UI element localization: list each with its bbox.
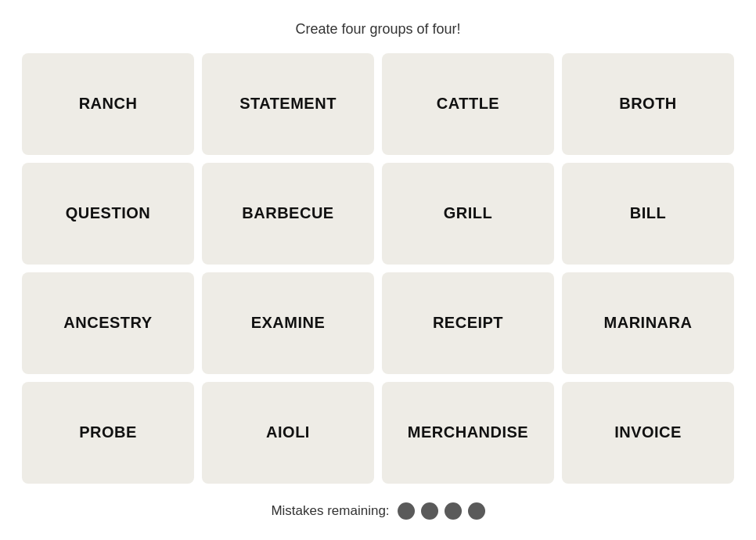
tile-label-receipt: RECEIPT <box>433 314 503 332</box>
mistake-dot-1 <box>398 502 415 520</box>
tile-grill[interactable]: GRILL <box>382 163 554 265</box>
tile-ancestry[interactable]: ANCESTRY <box>22 272 194 374</box>
tile-probe[interactable]: PROBE <box>22 382 194 484</box>
mistake-dot-4 <box>468 502 485 520</box>
tile-label-aioli: AIOLI <box>266 423 310 441</box>
tile-label-marinara: MARINARA <box>604 314 693 332</box>
mistakes-dots <box>398 502 485 520</box>
tile-ranch[interactable]: RANCH <box>22 53 194 155</box>
tile-label-merchandise: MERCHANDISE <box>408 423 528 441</box>
tile-label-barbecue: BARBECUE <box>242 204 333 222</box>
tile-bill[interactable]: BILL <box>562 163 734 265</box>
tile-label-examine: EXAMINE <box>251 314 326 332</box>
tile-label-cattle: CATTLE <box>437 95 499 113</box>
tile-label-bill: BILL <box>630 204 666 222</box>
tile-marinara[interactable]: MARINARA <box>562 272 734 374</box>
tile-invoice[interactable]: INVOICE <box>562 382 734 484</box>
tile-label-statement: STATEMENT <box>239 95 337 113</box>
mistake-dot-2 <box>421 502 438 520</box>
tile-receipt[interactable]: RECEIPT <box>382 272 554 374</box>
tile-label-ancestry: ANCESTRY <box>63 314 152 332</box>
footer: Mistakes remaining: <box>271 502 484 520</box>
tile-label-ranch: RANCH <box>79 95 138 113</box>
tile-examine[interactable]: EXAMINE <box>202 272 374 374</box>
tile-statement[interactable]: STATEMENT <box>202 53 374 155</box>
tile-label-probe: PROBE <box>79 423 137 441</box>
tile-cattle[interactable]: CATTLE <box>382 53 554 155</box>
tile-label-broth: BROTH <box>619 95 677 113</box>
mistakes-label: Mistakes remaining: <box>271 503 389 519</box>
mistake-dot-3 <box>445 502 462 520</box>
tile-broth[interactable]: BROTH <box>562 53 734 155</box>
subtitle: Create four groups of four! <box>295 21 460 38</box>
tile-label-invoice: INVOICE <box>614 423 682 441</box>
tile-barbecue[interactable]: BARBECUE <box>202 163 374 265</box>
word-grid: RANCHSTATEMENTCATTLEBROTHQUESTIONBARBECU… <box>22 53 734 484</box>
tile-question[interactable]: QUESTION <box>22 163 194 265</box>
tile-label-question: QUESTION <box>66 204 150 222</box>
tile-aioli[interactable]: AIOLI <box>202 382 374 484</box>
tile-merchandise[interactable]: MERCHANDISE <box>382 382 554 484</box>
tile-label-grill: GRILL <box>444 204 493 222</box>
